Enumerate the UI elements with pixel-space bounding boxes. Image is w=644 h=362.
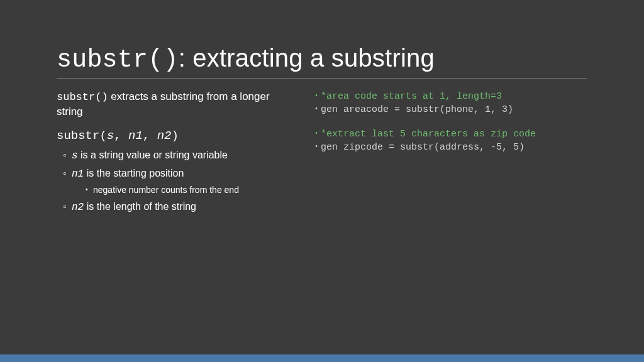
sig-n2: n2 (157, 129, 172, 143)
code-gap (314, 116, 587, 128)
param-n2: n2 is the length of the string (63, 200, 296, 215)
param-s-code: s (72, 150, 78, 162)
param-n2-code: n2 (72, 202, 84, 213)
sig-s: s (107, 129, 114, 143)
slide-title: substr(): extracting a substring (57, 44, 587, 79)
sig-pre: substr( (57, 129, 107, 143)
sig-post: ) (171, 129, 178, 143)
title-code: substr() (57, 46, 179, 74)
intro-paragraph: substr() extracts a substring from a lon… (57, 90, 296, 119)
slide: substr(): extracting a substring substr(… (0, 0, 644, 362)
footer-bar (0, 354, 644, 362)
param-n1-sublist: negative number counts from the end (72, 184, 296, 196)
content-columns: substr() extracts a substring from a lon… (57, 90, 587, 218)
param-s: s is a string value or string variable (63, 148, 296, 163)
signature: substr(s, n1, n2) (57, 128, 296, 145)
code-comment-2: *extract last 5 characters as zip code (314, 128, 587, 141)
param-n1-code: n1 (72, 168, 84, 180)
param-n1-rest: is the starting position (84, 168, 184, 178)
sig-c1: , (114, 129, 128, 143)
param-n1-note: negative number counts from the end (86, 184, 296, 196)
param-n1: n1 is the starting position negative num… (63, 167, 296, 195)
param-list: s is a string value or string variable n… (57, 148, 296, 215)
intro-code: substr() (57, 91, 108, 103)
code-command-2: gen zipcode = substr(address, -5, 5) (314, 141, 587, 154)
title-sep: : (179, 44, 193, 72)
code-command-1: gen areacode = substr(phone, 1, 3) (314, 103, 587, 116)
title-rest: extracting a substring (192, 44, 435, 72)
sig-n1: n1 (128, 129, 143, 143)
left-column: substr() extracts a substring from a lon… (57, 90, 296, 218)
param-n2-rest: is the length of the string (84, 201, 196, 212)
code-comment-1: *area code starts at 1, length=3 (314, 90, 587, 103)
right-column: *area code starts at 1, length=3 gen are… (314, 90, 587, 218)
param-s-rest: is a string value or string variable (78, 150, 228, 160)
sig-c2: , (143, 129, 157, 143)
